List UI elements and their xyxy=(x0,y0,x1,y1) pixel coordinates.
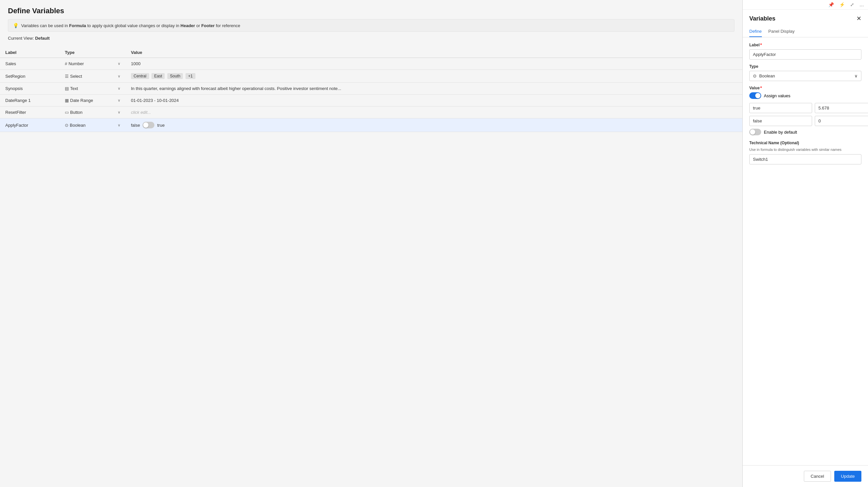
chevron-down-icon: ∨ xyxy=(118,62,120,66)
row-type: # Number ∨ xyxy=(60,58,126,70)
panel-footer: Cancel Update xyxy=(743,465,868,487)
type-dropdown[interactable]: ▤ Text ∨ xyxy=(65,86,120,91)
enable-default-row: Enable by default xyxy=(749,129,861,135)
required-dot: * xyxy=(760,43,762,47)
row-value: In this quarter, earnings aligned with f… xyxy=(126,83,742,95)
row-type: ☰ Select ∨ xyxy=(60,70,126,83)
main-panel: Define Variables 💡 Variables can be used… xyxy=(0,0,742,487)
toggle-gray-knob xyxy=(750,129,755,135)
type-dropdown[interactable]: ⊙ Boolean ∨ xyxy=(65,123,120,128)
panel-body: Label* Type ⊙ Boolean ∨ Value* xyxy=(743,37,868,465)
chevron-down-icon: ∨ xyxy=(118,86,120,91)
chevron-down-icon: ∨ xyxy=(118,110,120,115)
table-row[interactable]: Synopsis ▤ Text ∨ In this quarter, earni… xyxy=(0,83,742,95)
boolean-icon: ⊙ xyxy=(65,123,68,128)
technical-name-description: Use in formula to distinguish variables … xyxy=(749,147,861,152)
assign-values-label: Assign values xyxy=(764,93,790,98)
tab-define[interactable]: Define xyxy=(749,26,762,37)
assign-values-row: Assign values xyxy=(749,92,861,99)
row-label: SetRegion xyxy=(0,70,60,83)
type-label: Date Range xyxy=(70,98,93,103)
update-button[interactable]: Update xyxy=(834,471,861,482)
info-banner: 💡 Variables can be used in Formula to ap… xyxy=(8,19,735,32)
type-label: Number xyxy=(68,61,84,66)
type-select-row: ⊙ Boolean xyxy=(753,73,775,79)
value-grid xyxy=(749,103,861,126)
value-key-false[interactable] xyxy=(749,116,812,126)
panel-header: Variables ✕ Define Panel Display xyxy=(743,9,868,37)
row-label: ResetFilter xyxy=(0,106,60,118)
more-icon[interactable]: … xyxy=(858,1,865,8)
main-header: Define Variables 💡 Variables can be used… xyxy=(0,0,742,47)
type-field-group: Type ⊙ Boolean ∨ xyxy=(749,64,861,81)
panel-top-bar: 📌 ⚡ ⤢ … xyxy=(743,0,868,9)
boolean-false-label: false xyxy=(131,123,140,128)
page-title: Define Variables xyxy=(8,7,735,15)
type-select[interactable]: ⊙ Boolean ∨ xyxy=(749,71,861,81)
type-label: Text xyxy=(70,86,78,91)
type-select-icon: ⊙ xyxy=(753,73,756,79)
type-dropdown[interactable]: # Number ∨ xyxy=(65,61,120,66)
number-icon: # xyxy=(65,61,67,66)
toggle-knob xyxy=(143,122,149,128)
close-button[interactable]: ✕ xyxy=(857,15,861,22)
type-dropdown[interactable]: ☰ Select ∨ xyxy=(65,74,120,79)
row-value: 1000 xyxy=(126,58,742,70)
technical-name-label: Technical Name (Optional) xyxy=(749,141,861,145)
value-val-0[interactable] xyxy=(815,116,868,126)
pin-icon[interactable]: 📌 xyxy=(827,1,835,8)
value-key-true[interactable] xyxy=(749,103,812,113)
type-select-value: Boolean xyxy=(759,73,775,79)
col-header-label: Label xyxy=(0,47,60,58)
row-type: ▭ Button ∨ xyxy=(60,106,126,118)
toggle-blue-knob xyxy=(755,93,761,98)
value-field-group: Value* Assign values xyxy=(749,86,861,126)
boolean-true-label: true xyxy=(157,123,164,128)
enable-default-toggle[interactable] xyxy=(749,129,761,135)
tab-panel-display[interactable]: Panel Display xyxy=(769,26,795,37)
row-label: DateRange 1 xyxy=(0,95,60,106)
chevron-down-icon: ∨ xyxy=(118,74,120,79)
cancel-button[interactable]: Cancel xyxy=(804,471,831,482)
row-label: Sales xyxy=(0,58,60,70)
text-icon: ▤ xyxy=(65,86,69,91)
chevron-down-icon: ∨ xyxy=(118,123,120,127)
table-row[interactable]: ResetFilter ▭ Button ∨ click edit... xyxy=(0,106,742,118)
col-header-type: Type xyxy=(60,47,126,58)
select-icon: ☰ xyxy=(65,74,69,79)
variables-table: Label Type Value Sales # Number ∨ xyxy=(0,47,742,132)
row-value-tags: Central East South +1 xyxy=(126,70,742,83)
table-row[interactable]: ApplyFactor ⊙ Boolean ∨ false xyxy=(0,118,742,132)
tag-east: East xyxy=(151,73,165,79)
tag-south: South xyxy=(167,73,183,79)
type-label: Boolean xyxy=(70,123,86,128)
type-dropdown[interactable]: ▭ Button ∨ xyxy=(65,110,120,115)
table-header-row: Label Type Value xyxy=(0,47,742,58)
row-type: ▤ Text ∨ xyxy=(60,83,126,95)
filter-icon[interactable]: ⚡ xyxy=(838,1,846,8)
panel-tabs: Define Panel Display xyxy=(749,26,861,37)
chevron-down-icon: ∨ xyxy=(118,98,120,102)
table-wrapper: Label Type Value Sales # Number ∨ xyxy=(0,47,742,487)
table-row[interactable]: Sales # Number ∨ 1000 xyxy=(0,58,742,70)
tag-extra: +1 xyxy=(186,73,195,79)
technical-name-section: Technical Name (Optional) Use in formula… xyxy=(749,141,861,164)
expand-icon[interactable]: ⤢ xyxy=(849,1,856,8)
type-dropdown[interactable]: ▦ Date Range ∨ xyxy=(65,98,120,103)
boolean-toggle[interactable] xyxy=(143,122,154,128)
type-label: Select xyxy=(70,74,82,79)
table-row[interactable]: SetRegion ☰ Select ∨ Central East South … xyxy=(0,70,742,83)
value-field-label: Value* xyxy=(749,86,861,90)
lightbulb-icon: 💡 xyxy=(13,23,19,28)
enable-default-label: Enable by default xyxy=(764,130,797,135)
daterange-icon: ▦ xyxy=(65,98,69,103)
label-input[interactable] xyxy=(749,49,861,60)
value-val-5678[interactable] xyxy=(815,103,868,113)
info-text: Variables can be used in Formula to appl… xyxy=(21,23,240,28)
assign-values-toggle[interactable] xyxy=(749,92,761,99)
table-row[interactable]: DateRange 1 ▦ Date Range ∨ 01-01-2023 - … xyxy=(0,95,742,106)
technical-name-input[interactable] xyxy=(749,154,861,164)
required-dot: * xyxy=(760,86,762,90)
button-icon: ▭ xyxy=(65,110,69,115)
label-field-group: Label* xyxy=(749,43,861,64)
